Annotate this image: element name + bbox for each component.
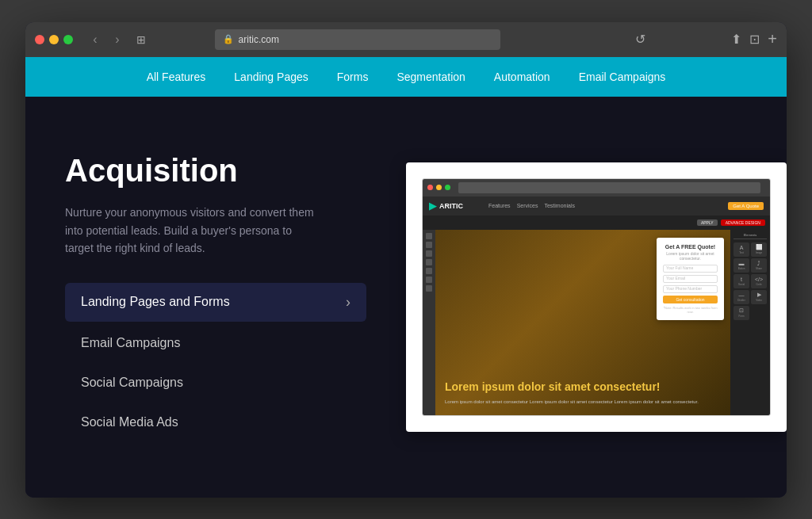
- url-text: aritic.com: [239, 34, 279, 45]
- design-item-form: ⊡ Form: [733, 306, 749, 320]
- forward-button[interactable]: ›: [108, 30, 127, 49]
- inner-browser-chrome: [423, 179, 770, 197]
- form-email-input: Your Email: [663, 275, 718, 283]
- inner-minimize-dot: [436, 185, 442, 190]
- video-icon: ▶: [757, 292, 761, 298]
- text-icon: A: [740, 245, 744, 250]
- right-panel: ▶ ARITIC Features Services Testimonials …: [406, 162, 787, 432]
- chevron-right-icon: ›: [346, 294, 350, 311]
- sidebar-icon-1: [426, 233, 432, 239]
- menu-item-label: Email Campaigns: [81, 336, 180, 350]
- screenshot-inner: ▶ ARITIC Features Services Testimonials …: [422, 178, 771, 416]
- divider-icon: —: [739, 292, 745, 298]
- inner-logo-text: ARITIC: [439, 202, 463, 210]
- tab-icon: ⊞: [136, 33, 146, 46]
- menu-social-media-ads[interactable]: Social Media Ads: [65, 404, 366, 441]
- reload-button[interactable]: ↺: [631, 30, 650, 49]
- site-nav: All Features Landing Pages Forms Segment…: [25, 57, 787, 97]
- menu-item-label: Social Media Ads: [81, 415, 178, 429]
- inner-logo-icon: ▶: [429, 200, 436, 212]
- inner-nav-features: Features: [488, 203, 511, 208]
- menu-email-campaigns[interactable]: Email Campaigns: [65, 325, 366, 361]
- sidebar-icon-6: [426, 277, 432, 283]
- design-item-social: t Social: [733, 274, 749, 288]
- menu-landing-pages[interactable]: Landing Pages and Forms ›: [65, 283, 366, 322]
- traffic-lights: [35, 35, 73, 44]
- inner-nav-links: Features Services Testimonials: [488, 203, 575, 208]
- sidebar-icon-5: [426, 268, 432, 274]
- bookmark-button[interactable]: ⊡: [749, 32, 760, 47]
- menu-item-label: Landing Pages and Forms: [81, 295, 230, 309]
- nav-buttons: ‹ ›: [86, 30, 127, 49]
- inner-hero-section: Get A FREE Quote! Lorem ipsum dolor sit …: [435, 230, 730, 415]
- nav-email-campaigns[interactable]: Email Campaigns: [579, 71, 666, 83]
- inner-address-bar: [458, 182, 760, 193]
- form-name-input: Your Full Name: [663, 265, 718, 273]
- form-subtitle: Lorem ipsum dolor sit amet consectetur.: [663, 251, 718, 261]
- lock-icon: 🔒: [223, 34, 234, 44]
- close-button[interactable]: [35, 35, 44, 44]
- sidebar-icon-7: [426, 285, 432, 292]
- form-note: *Note: Results work in two weeks from no…: [663, 306, 718, 314]
- share-icon: ⤴: [757, 261, 760, 266]
- page-description: Nurture your anonymous visitors and conv…: [65, 204, 319, 257]
- nav-all-features[interactable]: All Features: [147, 71, 206, 83]
- design-item-divider: — Divider: [733, 290, 749, 304]
- image-icon: ⬜: [756, 244, 763, 250]
- form-phone-input: Your Phone Number: [663, 285, 718, 293]
- apply-button: APPLY: [697, 219, 718, 226]
- feature-menu: Landing Pages and Forms › Email Campaign…: [65, 283, 366, 441]
- add-tab-button[interactable]: +: [768, 30, 777, 48]
- design-item-code: </> Code: [751, 274, 767, 288]
- browser-window: ‹ › ⊞ 🔒 aritic.com ↺ ⬆ ⊡ + All Features …: [25, 22, 787, 498]
- site-content: Acquisition Nurture your anonymous visit…: [25, 97, 787, 498]
- code-icon: </>: [755, 277, 763, 282]
- nav-automation[interactable]: Automation: [494, 71, 550, 83]
- address-bar[interactable]: 🔒 aritic.com: [215, 29, 500, 50]
- inner-main-content: Get A FREE Quote! Lorem ipsum dolor sit …: [435, 230, 770, 415]
- inner-nav-services: Services: [517, 203, 538, 208]
- inner-form-overlay: Get A FREE Quote! Lorem ipsum dolor sit …: [657, 238, 724, 320]
- sidebar-icon-2: [426, 242, 432, 248]
- design-item-image: ⬜ Image: [751, 242, 767, 257]
- social-icon: t: [741, 277, 742, 282]
- inner-hero-body: Lorem ipsum dolor sit amet consectetur L…: [445, 399, 721, 405]
- inner-close-dot: [427, 185, 433, 190]
- sidebar-icon-3: [426, 250, 432, 257]
- browser-chrome: ‹ › ⊞ 🔒 aritic.com ↺ ⬆ ⊡ +: [25, 22, 787, 57]
- maximize-button[interactable]: [63, 35, 73, 44]
- inner-nav-testimonials: Testimonials: [544, 203, 575, 208]
- menu-social-campaigns[interactable]: Social Campaigns: [65, 364, 366, 401]
- nav-segmentation[interactable]: Segmentation: [396, 71, 465, 83]
- design-panel-title: Elements: [733, 233, 767, 239]
- inner-logo: ▶ ARITIC: [429, 200, 463, 212]
- design-grid: A Text ⬜ Image ▬ Button: [733, 242, 767, 320]
- form-submit-button: Get consultation: [663, 296, 718, 303]
- inner-body: Get A FREE Quote! Lorem ipsum dolor sit …: [423, 230, 770, 415]
- left-panel: Acquisition Nurture your anonymous visit…: [65, 153, 366, 440]
- minimize-button[interactable]: [49, 35, 59, 44]
- nav-landing-pages[interactable]: Landing Pages: [234, 71, 308, 83]
- button-icon: ▬: [739, 261, 745, 266]
- menu-item-label: Social Campaigns: [81, 376, 183, 390]
- inner-site-nav: ▶ ARITIC Features Services Testimonials …: [423, 197, 770, 216]
- sidebar-icon-4: [426, 259, 432, 265]
- form-title: Get A FREE Quote!: [663, 244, 718, 250]
- page-title: Acquisition: [65, 153, 366, 188]
- inner-cta-button: Get A Quote: [728, 202, 764, 210]
- design-panel: Elements A Text ⬜ Image: [730, 230, 770, 415]
- inner-hero-text: Lorem ipsum dolor sit amet consectetur! …: [445, 380, 721, 405]
- back-button[interactable]: ‹: [86, 30, 105, 49]
- inner-sidebar: [423, 230, 435, 415]
- design-item-share: ⤴ Share: [751, 258, 767, 273]
- nav-forms[interactable]: Forms: [337, 71, 369, 83]
- toolbar-right: ⬆ ⊡ +: [731, 30, 777, 48]
- share-button[interactable]: ⬆: [731, 32, 741, 47]
- inner-hero-title: Lorem ipsum dolor sit amet consectetur!: [445, 380, 721, 394]
- design-item-btn: ▬ Button: [733, 258, 749, 273]
- inner-toolbar: APPLY ADVANCE DESIGN: [423, 216, 770, 230]
- form-icon: ⊡: [739, 307, 744, 314]
- design-item-video: ▶ Video: [751, 290, 767, 304]
- screenshot-container: ▶ ARITIC Features Services Testimonials …: [406, 162, 787, 432]
- advance-design-button: ADVANCE DESIGN: [721, 219, 765, 226]
